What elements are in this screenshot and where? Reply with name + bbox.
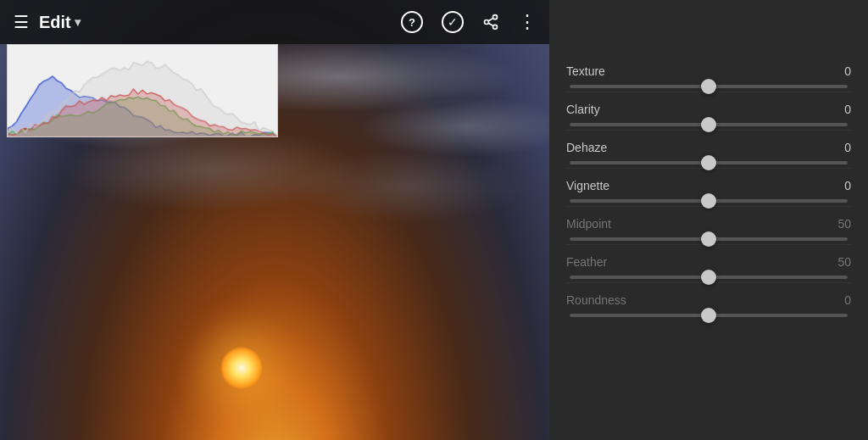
slider-label-dehaze: Dehaze: [566, 141, 607, 154]
slider-track-midpoint[interactable]: [570, 237, 848, 241]
slider-thumb-midpoint[interactable]: [701, 231, 716, 247]
histogram-panel: [7, 44, 278, 137]
header-bar: ☰ Edit ▾ ? ✓ ⋮: [0, 0, 549, 44]
sun-element: [220, 347, 263, 389]
slider-row-roundness: Roundness0: [566, 287, 851, 320]
page-title[interactable]: Edit ▾: [39, 13, 81, 32]
more-icon[interactable]: ⋮: [518, 11, 536, 33]
svg-point-1: [485, 20, 489, 25]
slider-label-row-dehaze: Dehaze0: [566, 141, 851, 154]
slider-label-row-clarity: Clarity0: [566, 103, 851, 116]
menu-icon[interactable]: ☰: [14, 12, 29, 32]
slider-track-clarity[interactable]: [570, 123, 848, 126]
slider-row-midpoint: Midpoint50: [566, 210, 851, 245]
slider-label-feather: Feather: [566, 255, 607, 269]
slider-thumb-dehaze[interactable]: [701, 155, 716, 170]
header-actions: ? ✓ ⋮: [401, 11, 536, 33]
sliders-container: Texture0Clarity0Dehaze0Vignette0Midpoint…: [566, 58, 851, 324]
slider-thumb-roundness[interactable]: [701, 308, 716, 323]
slider-track-roundness[interactable]: [570, 314, 848, 317]
slider-label-midpoint: Midpoint: [566, 217, 611, 231]
slider-track-vignette[interactable]: [570, 199, 848, 203]
slider-track-feather[interactable]: [570, 276, 848, 279]
slider-label-texture: Texture: [566, 64, 605, 78]
slider-label-row-texture: Texture0: [566, 64, 851, 78]
slider-row-dehaze: Dehaze0: [566, 134, 851, 169]
slider-label-row-midpoint: Midpoint50: [566, 217, 851, 231]
slider-label-row-roundness: Roundness0: [566, 293, 851, 307]
right-panel: Texture0Clarity0Dehaze0Vignette0Midpoint…: [549, 0, 868, 440]
slider-track-texture[interactable]: [570, 85, 848, 88]
slider-label-row-feather: Feather50: [566, 255, 851, 269]
slider-thumb-texture[interactable]: [701, 79, 716, 94]
slider-row-texture: Texture0: [566, 58, 851, 92]
slider-label-clarity: Clarity: [566, 103, 600, 116]
svg-point-0: [493, 15, 498, 19]
svg-point-2: [493, 25, 498, 29]
slider-row-feather: Feather50: [566, 248, 851, 283]
title-chevron: ▾: [75, 15, 81, 29]
slider-value-clarity: 0: [844, 103, 851, 116]
slider-value-feather: 50: [837, 255, 851, 269]
slider-row-vignette: Vignette0: [566, 172, 851, 207]
slider-thumb-clarity[interactable]: [701, 117, 716, 132]
svg-line-4: [488, 18, 493, 20]
slider-row-clarity: Clarity0: [566, 96, 851, 131]
slider-label-row-vignette: Vignette0: [566, 179, 851, 192]
slider-value-roundness: 0: [844, 293, 851, 307]
slider-label-roundness: Roundness: [566, 293, 626, 307]
slider-thumb-vignette[interactable]: [701, 193, 716, 209]
slider-label-vignette: Vignette: [566, 179, 609, 192]
slider-thumb-feather[interactable]: [701, 270, 716, 285]
slider-track-dehaze[interactable]: [570, 161, 848, 164]
share-icon[interactable]: [482, 14, 499, 31]
slider-value-texture: 0: [844, 64, 851, 78]
slider-value-vignette: 0: [844, 179, 851, 192]
help-icon[interactable]: ?: [401, 11, 423, 33]
title-text: Edit: [39, 13, 71, 32]
apply-icon[interactable]: ✓: [442, 11, 464, 33]
slider-value-dehaze: 0: [844, 141, 851, 154]
svg-line-3: [488, 23, 493, 25]
slider-value-midpoint: 50: [837, 217, 851, 231]
histogram-canvas: [8, 45, 277, 136]
